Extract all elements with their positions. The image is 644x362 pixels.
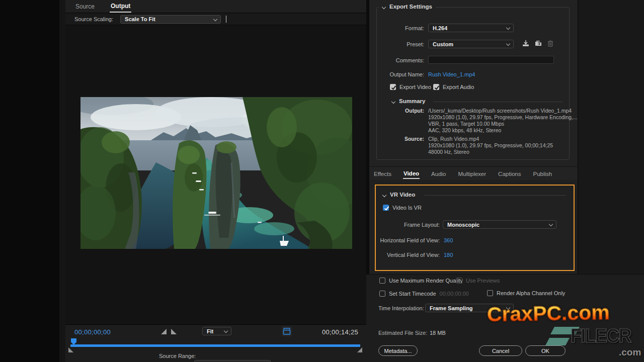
tab-multiplexer[interactable]: Multiplexer <box>457 168 487 178</box>
summary-output-label: Output: <box>405 108 424 114</box>
frame-layout-value: Monoscopic <box>447 222 479 228</box>
tab-audio[interactable]: Audio <box>431 168 446 178</box>
summary-output-line: AAC, 320 kbps, 48 kHz, Stereo <box>428 127 501 134</box>
filecr-watermark: FILECR <box>571 325 631 347</box>
tab-captions[interactable]: Captions <box>498 168 521 178</box>
text-caret <box>226 16 226 23</box>
format-label: Format: <box>405 25 424 31</box>
tab-output[interactable]: Output <box>110 0 131 13</box>
lagoon-scene <box>80 97 352 249</box>
frame-layout-dropdown[interactable]: Monoscopic <box>443 220 556 229</box>
hfov-value[interactable]: 360 <box>444 237 453 243</box>
vr-chevron-icon[interactable] <box>382 193 386 197</box>
render-alpha-label: Render Alpha Channel Only <box>497 290 565 296</box>
summary-source-label: Source: <box>405 136 424 142</box>
tab-publish[interactable]: Publish <box>532 168 552 178</box>
export-settings-group: Export Settings Format: H.264 Preset: Cu… <box>376 7 570 160</box>
source-range-dropdown[interactable]: Entire Clip <box>194 360 271 362</box>
preset-label: Preset: <box>407 41 424 47</box>
export-video-checkbox[interactable] <box>390 84 396 90</box>
frame-layout-label: Frame Layout: <box>376 222 440 228</box>
output-name-link[interactable]: Rush Video_1.mp4 <box>428 71 475 77</box>
preset-dropdown[interactable]: Custom <box>428 40 514 48</box>
export-video-label: Export Video <box>399 84 431 90</box>
comments-input[interactable] <box>428 56 554 64</box>
vr-video-highlight-box: VR Video Video Is VR Frame Layout: Monos… <box>375 185 575 271</box>
scrubber-track[interactable] <box>70 344 360 347</box>
vfov-value[interactable]: 180 <box>444 252 453 258</box>
current-timecode[interactable]: 00;00;00;00 <box>74 328 111 336</box>
trim-handle-left[interactable] <box>68 347 73 352</box>
summary-output-line: VBR, 1 pass, Target 10.00 Mbps <box>428 121 504 127</box>
video-is-vr-label: Video Is VR <box>392 205 422 211</box>
source-range-label: Source Range: <box>159 353 196 359</box>
preset-value: Custom <box>433 41 453 47</box>
preview-image <box>80 97 352 249</box>
hfov-label: Horizontal Field of View: <box>376 237 440 243</box>
estimated-file-size-value: 18 MB <box>430 330 446 336</box>
collapse-chevron-icon[interactable] <box>382 5 386 9</box>
settings-tab-bar: Effects Video Audio Multiplexer Captions… <box>369 166 578 180</box>
source-scaling-label: Source Scaling: <box>74 16 113 22</box>
summary-title: Summary <box>399 98 425 104</box>
source-scaling-dropdown[interactable]: Scale To Fit <box>120 15 221 24</box>
import-preset-button[interactable] <box>534 39 543 47</box>
chevron-down-icon <box>213 17 217 21</box>
save-preset-icon <box>521 39 530 47</box>
render-alpha-checkbox[interactable] <box>487 290 493 296</box>
save-preset-button[interactable] <box>521 39 530 47</box>
vfov-label: Vertical Field of View: <box>376 252 440 258</box>
export-audio-checkbox[interactable] <box>433 84 439 90</box>
set-start-timecode-checkbox[interactable] <box>379 291 385 297</box>
set-out-point-icon[interactable] <box>171 329 177 334</box>
export-settings-panel: Export Settings Format: H.264 Preset: Cu… <box>369 0 578 166</box>
delete-preset-button[interactable] <box>546 39 555 47</box>
craxpc-watermark: CraxPC.com <box>487 301 618 327</box>
tab-source[interactable]: Source <box>74 1 96 12</box>
estimated-file-size-label: Estimated File Size: <box>378 330 427 336</box>
set-in-point-icon[interactable] <box>161 329 167 334</box>
summary-output-line: /Users/_kuma/Desktop/Rush screenshots/Ru… <box>428 108 572 114</box>
source-scaling-row: Source Scaling: Scale To Fit <box>65 14 366 25</box>
chevron-down-icon <box>506 26 510 30</box>
chevron-down-icon <box>224 329 228 333</box>
transport-bar: 00;00;00;00 Fit 00;00;14;25 Source Ra <box>65 324 366 362</box>
summary-source-line: 1920x1080 (1.0), 29.97 fps, Progressive,… <box>428 142 553 149</box>
max-render-quality-checkbox[interactable] <box>379 278 385 284</box>
export-audio-label: Export Audio <box>443 84 474 90</box>
filecr-logo-bar <box>545 338 570 345</box>
ok-button[interactable]: OK <box>525 345 566 356</box>
crop-output-button[interactable] <box>282 326 292 336</box>
cancel-button[interactable]: Cancel <box>479 345 522 356</box>
crop-icon <box>282 326 292 336</box>
vr-section-title: VR Video <box>390 192 415 198</box>
format-dropdown[interactable]: H.264 <box>428 24 514 32</box>
time-interpolation-label: Time Interpolation: <box>378 305 424 311</box>
set-start-timecode-label: Set Start Timecode <box>389 291 436 297</box>
zoom-level-dropdown[interactable]: Fit <box>202 327 231 335</box>
source-scaling-value: Scale To Fit <box>125 16 155 22</box>
trash-icon <box>546 39 554 47</box>
preview-tab-bar: Source Output <box>65 0 366 13</box>
filecr-tld: .com <box>619 347 641 358</box>
video-is-vr-checkbox[interactable] <box>383 205 389 211</box>
tab-effects[interactable]: Effects <box>373 168 392 178</box>
video-tab-content: VR Video Video Is VR Frame Layout: Monos… <box>369 180 578 274</box>
start-timecode-value: 00;00;00;00 <box>440 291 469 297</box>
vr-divider <box>424 195 566 196</box>
export-settings-title: Export Settings <box>389 4 432 10</box>
summary-chevron-icon[interactable] <box>391 100 395 104</box>
summary-source-line: Clip, Rush Video.mp4 <box>428 136 479 142</box>
trim-handle-right[interactable] <box>357 347 362 352</box>
metadata-button[interactable]: Metadata... <box>378 345 418 356</box>
zoom-level-value: Fit <box>207 328 213 334</box>
summary-output-line: 1920x1080 (1.0), 29.97 fps, Progressive,… <box>428 114 578 121</box>
folder-import-icon <box>534 39 543 47</box>
tab-video[interactable]: Video <box>403 168 420 179</box>
comments-label: Comments: <box>396 57 424 63</box>
chevron-down-icon <box>506 42 510 46</box>
use-previews-label: Use Previews <box>466 278 500 284</box>
summary-divider <box>433 102 563 102</box>
duration-timecode: 00;00;14;25 <box>322 328 358 336</box>
right-background-column <box>578 0 644 275</box>
